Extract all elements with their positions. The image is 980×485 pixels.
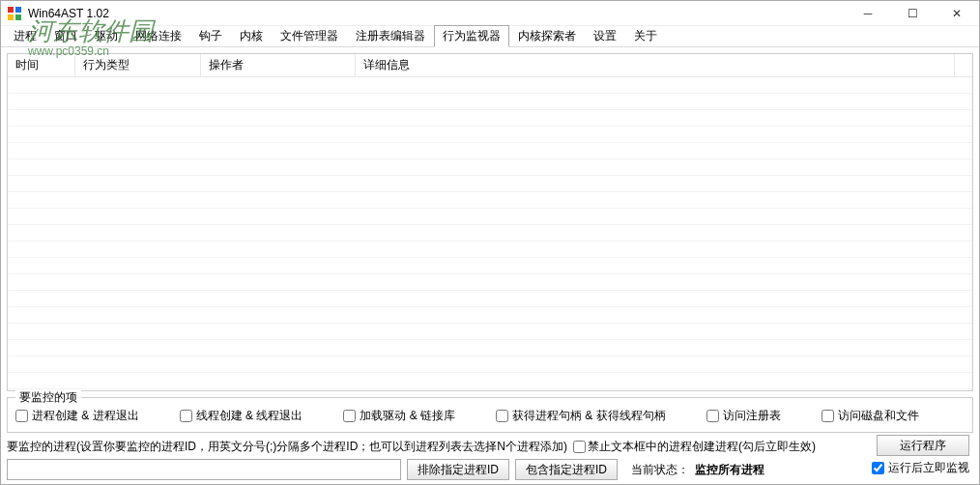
tab-item[interactable]: 关于 (625, 25, 666, 47)
grid-row[interactable] (8, 274, 972, 291)
tab-item[interactable]: 网络连接 (127, 25, 190, 47)
grid-row[interactable] (8, 143, 972, 159)
monitor-checks-row: 进程创建 & 进程退出线程创建 & 线程退出加载驱动 & 链接库获得进程句柄 &… (15, 404, 965, 424)
titlebar: Win64AST 1.02 ─ ☐ ✕ (1, 1, 979, 26)
monitor-check[interactable]: 加载驱动 & 链接库 (343, 408, 455, 424)
tab-item[interactable]: 内核探索者 (509, 25, 585, 47)
svg-rect-2 (8, 14, 14, 20)
grid-row[interactable] (8, 209, 972, 225)
monitor-check[interactable]: 进程创建 & 进程退出 (15, 408, 139, 424)
maximize-button[interactable]: ☐ (890, 1, 935, 25)
grid-row[interactable] (8, 110, 972, 127)
grid-row[interactable] (8, 176, 972, 192)
monitor-checkbox[interactable] (496, 410, 508, 422)
process-filter-label: 要监控的进程(设置你要监控的进程ID，用英文分号(;)分隔多个进程ID；也可以到… (7, 439, 567, 455)
grid-row[interactable] (8, 340, 972, 357)
grid-row[interactable] (8, 94, 972, 110)
grid-row[interactable] (8, 258, 972, 274)
svg-rect-1 (15, 7, 21, 13)
grid-row[interactable] (8, 192, 972, 209)
grid-row[interactable] (8, 127, 972, 143)
tab-item[interactable]: 行为监视器 (434, 25, 509, 47)
app-icon (7, 6, 22, 21)
grid-column-header[interactable]: 操作者 (201, 54, 356, 76)
grid-row[interactable] (8, 291, 972, 307)
tab-bar: 进程窗口驱动网络连接钩子内核文件管理器注册表编辑器行为监视器内核探索者设置关于 (1, 26, 979, 47)
monitor-check[interactable]: 获得进程句柄 & 获得线程句柄 (496, 408, 666, 424)
include-pid-button[interactable]: 包含指定进程ID (515, 459, 618, 480)
monitor-check[interactable]: 访问注册表 (706, 408, 781, 424)
status-value: 监控所有进程 (695, 462, 764, 478)
status-label: 当前状态： (631, 462, 689, 478)
grid-row[interactable] (8, 307, 972, 324)
monitor-checkbox[interactable] (180, 410, 192, 422)
process-id-input[interactable] (7, 459, 401, 480)
forbid-create-checkbox[interactable] (573, 441, 586, 453)
tab-item[interactable]: 驱动 (86, 25, 127, 47)
monitor-check[interactable]: 访问磁盘和文件 (821, 408, 919, 424)
exclude-pid-button[interactable]: 排除指定进程ID (407, 459, 509, 480)
forbid-create-check[interactable]: 禁止文本框中的进程创建进程(勾后立即生效) (571, 439, 816, 455)
tab-item[interactable]: 进程 (5, 25, 45, 47)
monitor-check[interactable]: 线程创建 & 线程退出 (180, 408, 303, 424)
monitor-checkbox[interactable] (343, 410, 356, 422)
auto-monitor-check[interactable]: 运行后立即监视 (872, 460, 969, 476)
tab-item[interactable]: 注册表编辑器 (347, 25, 434, 47)
svg-rect-0 (8, 7, 14, 13)
monitor-checkbox[interactable] (706, 410, 719, 422)
grid-row[interactable] (8, 357, 972, 373)
grid-column-header[interactable]: 时间 (8, 54, 75, 76)
close-button[interactable]: ✕ (935, 1, 979, 25)
grid-body[interactable] (8, 77, 972, 390)
tab-item[interactable]: 窗口 (45, 25, 86, 47)
run-program-button[interactable]: 运行程序 (877, 435, 969, 456)
tab-item[interactable]: 文件管理器 (272, 25, 347, 47)
grid-row[interactable] (8, 77, 972, 94)
process-filter-row: 要监控的进程(设置你要监控的进程ID，用英文分号(;)分隔多个进程ID；也可以到… (7, 439, 973, 455)
tab-item[interactable]: 钩子 (190, 25, 231, 47)
grid-row[interactable] (8, 324, 972, 340)
grid-header: 时间行为类型操作者详细信息 (8, 54, 972, 77)
tab-item[interactable]: 设置 (585, 25, 625, 47)
minimize-button[interactable]: ─ (846, 1, 890, 25)
monitor-items-group: 要监控的项 进程创建 & 进程退出线程创建 & 线程退出加载驱动 & 链接库获得… (7, 397, 973, 433)
monitor-checkbox[interactable] (821, 410, 834, 422)
filter-controls-row: 排除指定进程ID 包含指定进程ID 当前状态： 监控所有进程 (7, 459, 973, 480)
grid-row[interactable] (8, 159, 972, 176)
right-panel: 运行程序 运行后立即监视 (872, 435, 969, 476)
tab-item[interactable]: 内核 (231, 25, 272, 47)
window-title: Win64AST 1.02 (28, 7, 846, 20)
monitor-checkbox[interactable] (15, 410, 28, 422)
grid-row[interactable] (8, 242, 972, 258)
grid-row[interactable] (8, 225, 972, 242)
monitor-grid[interactable]: 时间行为类型操作者详细信息 (7, 53, 973, 391)
group-label: 要监控的项 (15, 389, 81, 406)
auto-monitor-checkbox[interactable] (872, 462, 884, 474)
window-controls: ─ ☐ ✕ (846, 1, 979, 25)
svg-rect-3 (15, 14, 21, 20)
grid-column-header[interactable]: 详细信息 (356, 54, 955, 76)
grid-column-header[interactable]: 行为类型 (75, 54, 201, 76)
grid-row[interactable] (8, 373, 972, 389)
